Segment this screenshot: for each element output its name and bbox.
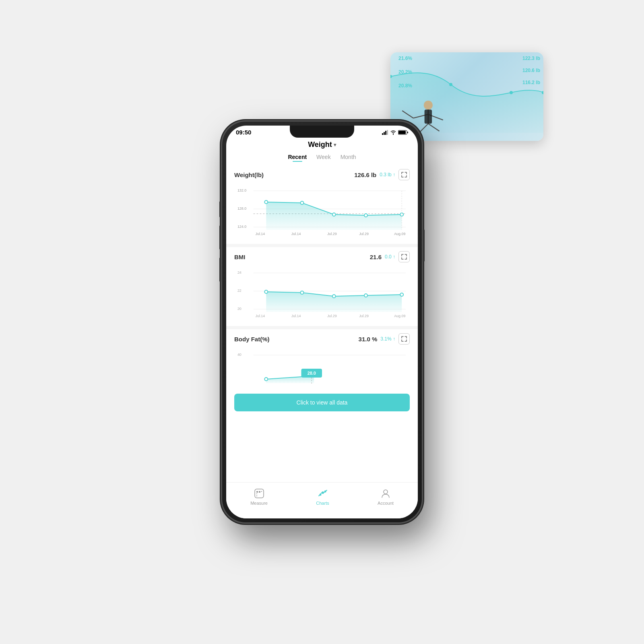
svg-text:Jul.29: Jul.29 [327,314,337,318]
preview-pct-2: 20.2% [398,69,412,75]
bmi-header: BMI 21.6 0.0 ↑ [234,251,410,262]
svg-rect-14 [385,131,386,135]
silent-button[interactable] [219,258,221,282]
svg-rect-63 [256,493,257,494]
svg-text:128.0: 128.0 [237,206,246,211]
bmi-expand-icon [401,254,407,260]
bmi-label: BMI [234,254,246,260]
weight-expand-button[interactable] [398,169,410,180]
svg-rect-15 [387,130,388,135]
bodyfat-chart: 40 28.0 [234,348,410,388]
svg-point-66 [319,493,321,495]
weight-value: 126.6 lb [354,171,376,178]
bmi-section: BMI 21.6 0.0 ↑ [226,247,418,324]
battery-icon [398,130,408,135]
svg-point-28 [332,213,336,216]
weight-section: Weight(lb) 126.6 lb 0.3 lb ↑ [226,165,418,242]
svg-text:Jul.14: Jul.14 [256,314,265,318]
tab-bar: Recent Week Month [226,151,418,165]
svg-text:Aug.09: Aug.09 [394,314,405,318]
svg-rect-59 [255,489,264,498]
svg-text:24: 24 [237,270,242,275]
svg-rect-18 [407,132,408,133]
nav-charts[interactable]: Charts [316,488,329,506]
bodyfat-expand-button[interactable] [398,333,410,345]
dropdown-arrow-icon: ▾ [334,142,336,148]
bodyfat-section: Body Fat(%) 31.0 % 3.1% ↑ [226,329,418,390]
bodyfat-label: Body Fat(%) [234,336,270,343]
svg-text:Jul.29: Jul.29 [359,314,369,318]
tab-month[interactable]: Month [341,154,356,162]
svg-point-65 [322,491,324,494]
status-time: 09:50 [236,129,251,136]
weight-chart: 132.0 128.0 124.0 [234,184,410,240]
charts-icon [317,488,328,499]
weight-change: 0.3 lb ↑ [380,172,395,178]
nav-account-label: Account [378,501,394,506]
svg-text:40: 40 [237,353,242,357]
svg-point-26 [264,200,268,204]
svg-point-47 [400,293,403,296]
svg-point-44 [300,291,303,294]
svg-point-45 [332,295,336,298]
bmi-change: 0.0 ↑ [385,254,395,260]
preview-pct-labels: 21.6% 20.2% 20.8% [398,56,412,89]
svg-point-4 [424,101,433,109]
nav-account[interactable]: Account [378,488,394,506]
power-button[interactable] [423,229,425,262]
weight-label: Weight(lb) [234,171,264,178]
svg-text:22: 22 [237,289,242,293]
phone-frame: 09:50 [221,121,423,523]
app-title[interactable]: Weight ▾ [234,140,410,149]
signal-icon [382,130,388,135]
weight-values: 126.6 lb 0.3 lb ↑ [354,169,410,180]
svg-point-55 [264,378,268,381]
measure-icon [254,488,265,499]
svg-text:Jul.14: Jul.14 [291,314,301,318]
bodyfat-change: 3.1% ↑ [380,336,395,342]
bmi-expand-button[interactable] [398,251,410,262]
preview-label-2: 120.6 lb [522,68,540,73]
wifi-icon [390,130,396,135]
preview-pct-3: 20.8% [398,83,412,89]
svg-rect-62 [261,491,262,492]
svg-point-29 [364,214,367,217]
bmi-values: 21.6 0.0 ↑ [370,251,410,262]
svg-rect-13 [384,132,385,135]
bmi-value: 21.6 [370,254,382,260]
nav-charts-label: Charts [316,501,329,506]
svg-text:Jul.14: Jul.14 [291,232,301,236]
phone-screen: 09:50 [226,126,418,518]
volume-down-button[interactable] [219,225,221,250]
bodyfat-expand-icon [401,336,407,342]
bottom-nav: Measure Charts [226,482,418,518]
volume-up-button[interactable] [219,201,221,217]
svg-line-7 [402,111,413,118]
svg-text:Jul.29: Jul.29 [359,232,369,236]
svg-text:Aug.09: Aug.09 [394,232,405,236]
view-all-button[interactable]: Click to view all data [234,394,410,411]
tab-recent[interactable]: Recent [288,154,307,162]
preview-label-1: 122.3 lb [522,56,540,61]
svg-rect-61 [259,491,260,493]
svg-point-2 [510,91,513,94]
svg-point-68 [384,490,388,494]
tab-week[interactable]: Week [316,154,331,162]
notch [290,126,354,138]
section-divider-1 [226,244,418,247]
app-header: Weight ▾ [226,137,418,151]
preview-weight-labels: 122.3 lb 120.6 lb 116.2 lb [522,56,540,85]
nav-measure[interactable]: Measure [250,488,268,506]
app-content[interactable]: Weight(lb) 126.6 lb 0.3 lb ↑ [226,165,418,518]
svg-point-43 [264,290,268,293]
bodyfat-values: 31.0 % 3.1% ↑ [359,333,410,345]
svg-text:Jul.29: Jul.29 [327,232,337,236]
svg-rect-12 [382,133,383,135]
svg-point-46 [364,294,367,297]
status-icons [382,130,408,135]
svg-rect-60 [256,491,258,493]
bodyfat-header: Body Fat(%) 31.0 % 3.1% ↑ [234,333,410,345]
svg-point-27 [300,201,303,204]
svg-text:28.0: 28.0 [308,371,316,376]
svg-text:124.0: 124.0 [237,225,246,229]
